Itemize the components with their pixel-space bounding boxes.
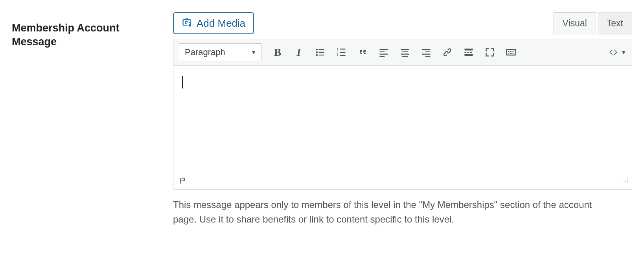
align-left-button[interactable] [375, 43, 393, 61]
svg-rect-22 [422, 54, 431, 55]
svg-point-0 [316, 49, 318, 51]
svg-rect-13 [380, 52, 385, 52]
tab-text[interactable]: Text [598, 12, 632, 35]
add-media-label: Add Media [197, 17, 245, 29]
code-icon [608, 47, 618, 57]
align-right-icon [421, 47, 432, 58]
italic-button[interactable]: I [290, 43, 308, 61]
svg-point-39 [626, 181, 626, 182]
chevron-down-icon: ▼ [251, 49, 256, 55]
svg-rect-36 [513, 53, 514, 53]
svg-rect-35 [510, 53, 513, 53]
svg-rect-7 [340, 49, 346, 50]
svg-rect-32 [512, 51, 512, 52]
blockquote-button[interactable] [353, 43, 372, 61]
editor-header-row: Add Media Visual Text [173, 12, 632, 34]
svg-point-4 [316, 54, 318, 56]
editor-content[interactable] [173, 66, 632, 172]
svg-rect-17 [402, 52, 408, 52]
svg-rect-33 [513, 51, 514, 52]
svg-rect-20 [422, 49, 431, 50]
svg-rect-12 [380, 49, 388, 50]
quote-icon [357, 47, 368, 58]
align-center-button[interactable] [396, 43, 414, 61]
resize-handle[interactable] [622, 176, 629, 186]
svg-rect-23 [425, 56, 431, 57]
field-body: Add Media Visual Text Paragraph ▼ B I [173, 12, 632, 226]
italic-icon: I [297, 47, 301, 58]
svg-rect-27 [470, 52, 472, 53]
bold-button[interactable]: B [269, 43, 287, 61]
svg-rect-31 [510, 51, 511, 52]
svg-rect-24 [465, 49, 473, 51]
format-select-value: Paragraph [185, 47, 225, 57]
svg-rect-18 [401, 54, 409, 55]
editor-status-bar: P [173, 172, 632, 189]
bold-icon: B [274, 47, 282, 58]
svg-rect-14 [380, 54, 388, 55]
svg-text:3: 3 [337, 53, 339, 57]
editor-toolbar: Paragraph ▼ B I 123 [173, 39, 632, 66]
svg-rect-30 [508, 51, 509, 52]
svg-rect-34 [508, 53, 509, 53]
field-description: This message appears only to members of … [173, 197, 598, 226]
fullscreen-icon [484, 47, 495, 58]
editor-mode-tabs: Visual Text [554, 12, 632, 34]
svg-point-38 [627, 179, 628, 180]
svg-point-2 [316, 52, 318, 53]
text-cursor [182, 76, 183, 88]
fullscreen-button[interactable] [481, 43, 499, 61]
toolbar-toggle[interactable]: ▼ [608, 47, 626, 57]
svg-rect-5 [319, 55, 324, 55]
svg-rect-3 [319, 52, 324, 53]
keyboard-button[interactable] [502, 43, 520, 61]
svg-rect-28 [465, 54, 473, 56]
svg-rect-11 [340, 55, 346, 56]
svg-point-41 [626, 179, 626, 180]
add-media-button[interactable]: Add Media [173, 12, 254, 34]
bullet-list-button[interactable] [311, 43, 329, 61]
svg-rect-29 [506, 50, 515, 55]
svg-rect-26 [467, 52, 469, 53]
camera-music-icon [182, 17, 193, 30]
tab-visual[interactable]: Visual [554, 12, 596, 35]
toolbar-group-inline: B I 123 [269, 43, 520, 61]
resize-icon [622, 177, 629, 184]
align-left-icon [378, 47, 389, 58]
field-label: Membership Account Message [12, 12, 161, 49]
svg-rect-15 [380, 56, 385, 57]
bullet-list-icon [315, 47, 326, 58]
element-path[interactable]: P [180, 176, 186, 186]
svg-rect-25 [465, 52, 467, 53]
svg-rect-19 [402, 56, 408, 57]
link-button[interactable] [438, 43, 456, 61]
format-select[interactable]: Paragraph ▼ [179, 43, 261, 61]
keyboard-icon [506, 47, 517, 58]
read-more-icon [463, 47, 474, 58]
align-right-button[interactable] [417, 43, 435, 61]
link-icon [442, 47, 453, 58]
svg-point-37 [627, 181, 628, 182]
svg-point-42 [624, 181, 624, 182]
align-center-icon [399, 47, 410, 58]
svg-rect-21 [425, 52, 431, 52]
svg-rect-16 [401, 49, 409, 50]
wysiwyg-editor: Paragraph ▼ B I 123 [173, 39, 632, 190]
chevron-down-icon: ▼ [621, 49, 626, 55]
read-more-button[interactable] [460, 43, 478, 61]
svg-rect-9 [340, 52, 346, 53]
numbered-list-button[interactable]: 123 [332, 43, 350, 61]
numbered-list-icon: 123 [336, 47, 347, 58]
svg-point-40 [627, 178, 628, 179]
svg-rect-1 [319, 49, 324, 50]
form-row: Membership Account Message Add Media Vis… [12, 12, 632, 226]
